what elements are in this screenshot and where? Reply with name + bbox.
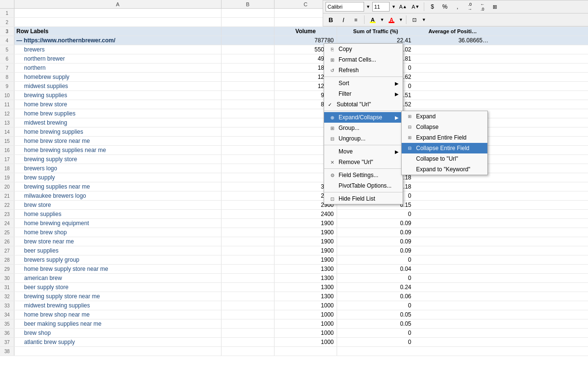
- cell-a[interactable]: [14, 347, 222, 356]
- cell-a[interactable]: brew shop: [14, 329, 222, 337]
- table-row[interactable]: 21milwaukee brewers logo29000: [0, 191, 588, 201]
- comma-button[interactable]: ,: [452, 2, 463, 12]
- cm-sub-collapse-to-url[interactable]: Collapse to "Url": [402, 153, 487, 164]
- cm-sub-expand-to-keyword[interactable]: Expand to "Keyword": [402, 164, 487, 175]
- cell-a[interactable]: home brewing equipment: [14, 219, 222, 228]
- cell-a[interactable]: home brewing supplies: [14, 127, 222, 136]
- cell-a[interactable]: brewing supply store near me: [14, 292, 222, 301]
- italic-button[interactable]: I: [338, 15, 349, 25]
- increase-decimal-button[interactable]: .0→: [465, 2, 475, 12]
- cm-format-cells[interactable]: ⊞ Format Cells...: [324, 54, 403, 65]
- table-row[interactable]: 8homebrew supply121000.62: [0, 73, 588, 82]
- table-row[interactable]: 26brew store near me19000.09: [0, 237, 588, 246]
- font-size-dropdown-icon[interactable]: ▼: [392, 4, 396, 9]
- table-row[interactable]: 16home brewing supplies near me0.22: [0, 146, 588, 155]
- table-row[interactable]: 12home brew supplies0.34: [0, 109, 588, 118]
- cell-a[interactable]: brewing supplies: [14, 91, 222, 100]
- table-row[interactable]: 24home brewing equipment19000.09: [0, 219, 588, 228]
- table-row[interactable]: 34home brew shop near me10000.05: [0, 310, 588, 319]
- cell-a[interactable]: atlantic brew supply: [14, 338, 222, 346]
- bold-button[interactable]: B: [326, 15, 336, 25]
- cm-ungroup[interactable]: ⊟ Ungroup...: [324, 133, 403, 144]
- font-size-input[interactable]: [372, 2, 390, 12]
- column-header-b[interactable]: B: [222, 0, 274, 8]
- cm-sub-expand[interactable]: ⊞ Expand: [402, 111, 487, 122]
- table-row[interactable]: 17brewing supply store0.82: [0, 155, 588, 164]
- table-row[interactable]: 29home brew supply store near me13000.04: [0, 265, 588, 274]
- cell-a[interactable]: home brewing supplies near me: [14, 146, 222, 154]
- cm-refresh[interactable]: ↺ Refresh: [324, 65, 403, 76]
- cell-a[interactable]: home brew supplies: [14, 109, 222, 118]
- cm-hide-field-list[interactable]: ⊡ Hide Field List: [324, 193, 403, 204]
- table-row[interactable]: 22brew store29000.15: [0, 201, 588, 210]
- cell-a[interactable]: homebrew supply: [14, 73, 222, 81]
- table-row[interactable]: 10brewing supplies99000.51: [0, 91, 588, 100]
- cell-a[interactable]: [14, 18, 222, 26]
- border-dropdown[interactable]: ▼: [422, 17, 426, 22]
- table-row[interactable]: 33midwest brewing supplies10000: [0, 301, 588, 310]
- table-row[interactable]: 6northern brewer4950015.81: [0, 54, 588, 64]
- cm-pivot-options[interactable]: PivotTable Options...: [324, 180, 403, 191]
- table-row[interactable]: 31beer supply store13000.24: [0, 283, 588, 292]
- font-name-dropdown-icon[interactable]: ▼: [366, 4, 370, 9]
- table-row[interactable]: 15home brew store near me0.15: [0, 137, 588, 146]
- cell-a[interactable]: brewers logo: [14, 164, 222, 173]
- format-icon-button[interactable]: ⊞: [490, 2, 500, 12]
- cell-a[interactable]: home brew shop near me: [14, 310, 222, 319]
- cell-a[interactable]: american brew: [14, 274, 222, 282]
- currency-button[interactable]: $: [427, 2, 438, 12]
- cell-a[interactable]: — https://www.northernbrewer.com/: [14, 36, 222, 45]
- table-row[interactable]: 30american brew13000: [0, 274, 588, 283]
- cm-subtotal[interactable]: ✓ Subtotal "Url": [324, 99, 403, 110]
- cell-a[interactable]: brew store near me: [14, 237, 222, 246]
- table-row[interactable]: 28brewers supply group19000: [0, 255, 588, 265]
- table-row[interactable]: 18brewers logo0: [0, 164, 588, 173]
- font-color-dropdown[interactable]: ▼: [399, 17, 403, 22]
- cell-a[interactable]: home supplies: [14, 210, 222, 218]
- cell-a[interactable]: northern: [14, 64, 222, 72]
- cell-a[interactable]: brewing supply store: [14, 155, 222, 164]
- table-row[interactable]: 38: [0, 347, 588, 356]
- decrease-decimal-button[interactable]: ←.0: [477, 2, 488, 12]
- font-name-input[interactable]: [326, 2, 364, 12]
- cm-copy[interactable]: ⎘ Copy: [324, 44, 403, 54]
- cell-a[interactable]: brewers supply group: [14, 255, 222, 264]
- table-row[interactable]: 27beer supplies19000.09: [0, 246, 588, 255]
- cell-a[interactable]: northern brewer: [14, 54, 222, 63]
- table-row[interactable]: 37atlantic brew supply10000: [0, 338, 588, 347]
- table-row[interactable]: 11home brew store81001.52: [0, 100, 588, 109]
- cm-move[interactable]: Move ▶: [324, 146, 403, 157]
- cell-a[interactable]: beer supplies: [14, 246, 222, 255]
- fill-color-dropdown[interactable]: ▼: [380, 17, 384, 22]
- percent-button[interactable]: %: [440, 2, 450, 12]
- table-row[interactable]: 36brew shop10000: [0, 329, 588, 338]
- cell-a[interactable]: Row Labels: [14, 27, 222, 36]
- align-button[interactable]: ≡: [351, 15, 361, 25]
- table-row[interactable]: 25home brew shop19000.09: [0, 228, 588, 237]
- border-button[interactable]: ⊡: [409, 15, 420, 25]
- table-row[interactable]: 5brewers5500000.02: [0, 45, 588, 54]
- cell-a[interactable]: midwest supplies: [14, 82, 222, 90]
- column-header-a[interactable]: A: [14, 0, 222, 8]
- table-row[interactable]: 7northern181000: [0, 64, 588, 73]
- cell-a[interactable]: brewing supplies near me: [14, 182, 222, 191]
- cell-a[interactable]: home brew store near me: [14, 137, 222, 145]
- cell-a[interactable]: midwest brewing supplies: [14, 301, 222, 310]
- cell-a[interactable]: home brew store: [14, 100, 222, 109]
- cell-a[interactable]: brew supply: [14, 173, 222, 182]
- cm-sort[interactable]: Sort ▶: [324, 78, 403, 89]
- table-row[interactable]: 23home supplies24000: [0, 210, 588, 219]
- table-row[interactable]: 35beer making supplies near me10000.05: [0, 319, 588, 329]
- cm-filter[interactable]: Filter ▶: [324, 89, 403, 99]
- cm-sub-collapse[interactable]: ⊟ Collapse: [402, 122, 487, 132]
- table-row[interactable]: 3Row LabelsVolumeSum of Traffic (%)Avera…: [0, 27, 588, 36]
- cell-a[interactable]: home brew shop: [14, 228, 222, 237]
- table-row[interactable]: 32brewing supply store near me13000.06: [0, 292, 588, 301]
- table-row[interactable]: 13midwest brewing0: [0, 118, 588, 127]
- cell-a[interactable]: [14, 9, 222, 17]
- cm-sub-expand-entire[interactable]: ⊞ Expand Entire Field: [402, 132, 487, 143]
- table-row[interactable]: 4— https://www.northernbrewer.com/787780…: [0, 36, 588, 45]
- fill-color-button[interactable]: A: [367, 15, 378, 25]
- table-row[interactable]: 20brewing supplies near me36000.18: [0, 182, 588, 191]
- table-row[interactable]: 9midwest supplies121000: [0, 82, 588, 91]
